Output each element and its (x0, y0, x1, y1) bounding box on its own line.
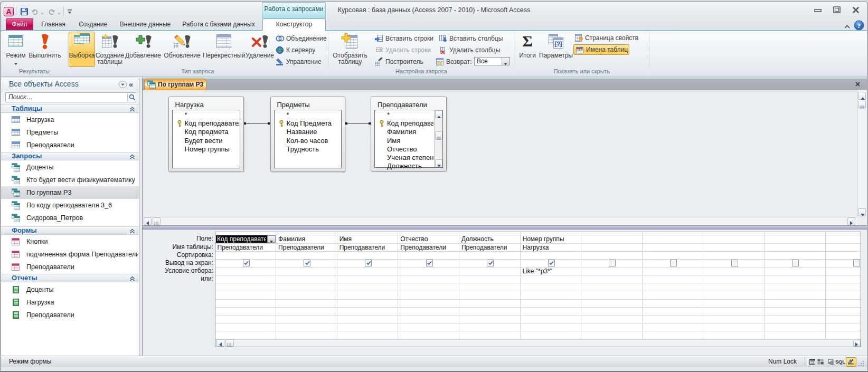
svg-text:10: 10 (438, 62, 441, 65)
svg-text:A: A (6, 7, 11, 16)
svg-text:[?]: [?] (554, 41, 562, 47)
svg-text:Σ: Σ (522, 33, 533, 49)
svg-text:xyz: xyz (577, 46, 583, 51)
svg-text:?: ? (857, 22, 861, 30)
